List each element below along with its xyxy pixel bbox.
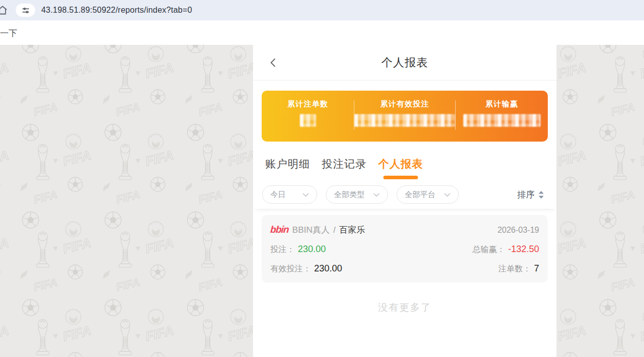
browser-address-bar[interactable]: 43.198.51.89:50922/reports/index?tab=0 <box>0 0 644 20</box>
no-more-text: 没有更多了 <box>253 301 556 314</box>
stat-label: 累计注单数 <box>288 99 328 109</box>
game-name: 百家乐 <box>339 224 365 236</box>
tab-personal-report[interactable]: 个人报表 <box>378 157 423 179</box>
record-validbet-row: 有效投注：230.00 注单数：7 <box>270 263 539 274</box>
active-tab-underline <box>383 176 418 179</box>
bet-value: 230.00 <box>298 244 326 254</box>
page-top-strip: 一下 <box>0 20 644 45</box>
tab-bar: 账户明细 投注记录 个人报表 <box>253 157 556 179</box>
stat-valid-bet: 累计有效投注 <box>354 99 455 142</box>
tab-bet-records[interactable]: 投注记录 <box>322 157 367 179</box>
tabs-and-filters: 账户明细 投注记录 个人报表 今日 全部类型 <box>253 142 556 209</box>
panel-header: 个人报表 <box>253 45 556 80</box>
filter-bar: 今日 全部类型 全部平台 <box>253 185 556 204</box>
redacted-value <box>463 114 541 127</box>
stat-label: 累计输赢 <box>486 99 518 109</box>
stray-text: 一下 <box>0 28 17 39</box>
sort-button[interactable]: 排序 <box>517 189 544 201</box>
stat-winloss: 累计输赢 <box>456 99 548 142</box>
filter-platform-dropdown[interactable]: 全部平台 <box>397 185 459 204</box>
back-button[interactable] <box>268 56 282 69</box>
provider-name: BBIN真人 <box>292 224 330 236</box>
tab-account-detail[interactable]: 账户明细 <box>265 157 310 179</box>
page-title: 个人报表 <box>381 55 428 70</box>
bbin-logo: bbin <box>270 224 289 235</box>
filter-label: 今日 <box>270 190 286 200</box>
chevron-down-icon <box>373 193 380 197</box>
record-bet-row: 投注：230.00 总输赢：-132.50 <box>270 244 539 255</box>
tab-label: 个人报表 <box>378 157 423 171</box>
filter-date-dropdown[interactable]: 今日 <box>262 185 317 204</box>
redacted-value <box>354 114 455 127</box>
chevron-left-icon <box>268 57 279 68</box>
tab-label: 账户明细 <box>265 157 310 171</box>
winloss-label: 总输赢： <box>472 245 505 254</box>
record-date: 2026-03-19 <box>497 226 539 235</box>
tab-label: 投注记录 <box>322 157 367 171</box>
chevron-down-icon <box>302 193 309 197</box>
bet-label: 投注： <box>270 245 295 254</box>
count-label: 注单数： <box>498 264 531 273</box>
summary-card: 累计注单数 累计有效投注 累计输赢 <box>262 91 548 142</box>
home-icon[interactable] <box>0 4 9 16</box>
filter-type-dropdown[interactable]: 全部类型 <box>326 185 388 204</box>
filter-label: 全部平台 <box>405 190 435 200</box>
stat-label: 累计有效投注 <box>380 99 429 109</box>
sort-label: 排序 <box>517 189 535 201</box>
filter-label: 全部类型 <box>334 190 365 200</box>
sort-arrows-icon <box>538 190 544 199</box>
valid-bet-label: 有效投注： <box>270 264 311 273</box>
record-header-row: bbin BBIN真人 / 百家乐 2026-03-19 <box>270 224 539 236</box>
tune-icon <box>21 6 30 15</box>
valid-bet-value: 230.00 <box>314 263 342 273</box>
report-record-card[interactable]: bbin BBIN真人 / 百家乐 2026-03-19 投注：230.00 总… <box>262 215 548 283</box>
screen: FIFA <box>0 0 644 357</box>
report-panel: 个人报表 累计注单数 累计有效投注 累计输赢 账户明细 <box>253 45 556 357</box>
count-value: 7 <box>534 263 539 273</box>
separator: / <box>333 226 335 235</box>
site-info-button[interactable] <box>16 4 35 17</box>
redacted-value <box>300 114 316 127</box>
url-text[interactable]: 43.198.51.89:50922/reports/index?tab=0 <box>41 6 192 15</box>
winloss-value: -132.50 <box>508 244 539 254</box>
chevron-down-icon <box>444 193 451 197</box>
stat-total-bets: 累计注单数 <box>262 99 354 142</box>
